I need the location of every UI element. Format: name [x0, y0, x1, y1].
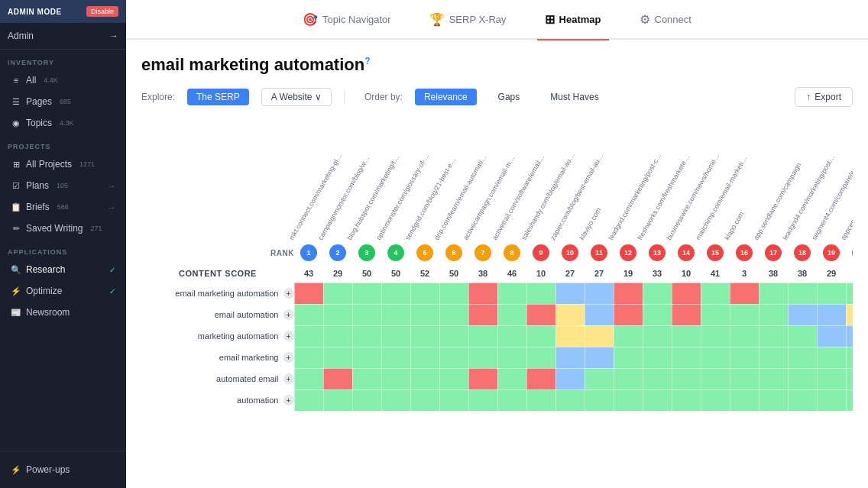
rank-cell-9: 9: [526, 241, 555, 264]
rank-cell-14: 14: [672, 241, 701, 264]
heatmap-cell-r2-c12: [614, 304, 643, 325]
tab-connect[interactable]: ⚙ Connect: [632, 0, 699, 39]
heatmap-cell-r6-c5: [410, 389, 439, 411]
data-row-1: email marketing automation +: [141, 283, 853, 304]
sidebar-item-research[interactable]: 🔍 Research ✓: [3, 260, 123, 280]
heatmap-cell-r3-c11: [585, 325, 614, 347]
sidebar-user[interactable]: Admin →: [0, 23, 126, 50]
content-area: email marketing automation? Explore: The…: [126, 40, 868, 488]
rank-circle-13: 13: [649, 244, 666, 261]
sidebar-item-all[interactable]: ≡ All 4.4K: [3, 70, 123, 90]
row-add-button-2[interactable]: +: [283, 309, 294, 320]
sidebar-item-all-label: All: [26, 75, 36, 86]
disable-admin-button[interactable]: Disable: [86, 6, 118, 17]
heatmap-cell-r4-c3: [352, 347, 381, 368]
briefs-icon: 📋: [11, 202, 21, 212]
rank-circle-12: 12: [620, 244, 636, 261]
export-icon: ↑: [806, 92, 811, 102]
score-cell-11: 27: [585, 264, 614, 283]
heatmap-cell-r2-c19: [817, 304, 846, 325]
heatmap-cell-r1-c10: [555, 283, 585, 304]
tab-serp-xray[interactable]: 🏆 SERP X-Ray: [422, 0, 514, 39]
export-button[interactable]: ↑ Export: [795, 87, 853, 107]
heatmap-cell-r4-c8: [497, 347, 526, 368]
sidebar-item-topics[interactable]: ◉ Topics 4.3K: [3, 113, 123, 133]
data-row-5: automated email +: [141, 368, 853, 389]
newsroom-label: Newsroom: [26, 307, 70, 318]
score-cell-16: 3: [730, 264, 759, 283]
row-add-button-6[interactable]: +: [283, 395, 294, 406]
heatmap-cell-r2-c11: [585, 304, 614, 325]
rank-cell-10: 10: [555, 241, 585, 264]
sidebar-item-newsroom[interactable]: 📰 Newsroom: [3, 302, 123, 322]
rank-cell-11: 11: [585, 241, 614, 264]
power-ups-label: Power-ups: [26, 464, 70, 475]
heatmap-cell-r2-c5: [410, 304, 439, 325]
header-row: mkt.connect.com/marketing-glossary/fr...…: [141, 119, 853, 241]
applications-section-label: APPLICATIONS: [0, 239, 126, 259]
sidebar-item-plans[interactable]: ☑ Plans 105 →: [3, 176, 123, 196]
rank-circle-19: 19: [823, 244, 840, 261]
heatmap-cell-r3-c2: [323, 325, 352, 347]
heatmap-cell-r3-c15: [701, 325, 730, 347]
heatmap-cell-r6-c13: [643, 389, 672, 411]
research-label: Research: [26, 264, 65, 275]
rank-circle-18: 18: [794, 244, 811, 261]
tab-heatmap[interactable]: ⊞ Heatmap: [537, 0, 609, 39]
tab-topic-navigator[interactable]: 🎯 Topic Navigator: [295, 0, 399, 39]
heatmap-cell-r5-c19: [817, 368, 846, 389]
heatmap-cell-r6-c3: [352, 389, 381, 411]
rank-circle-7: 7: [474, 244, 491, 261]
rank-cell-3: 3: [352, 241, 381, 264]
newsroom-icon: 📰: [11, 308, 21, 318]
row-add-button-4[interactable]: +: [283, 352, 294, 363]
heatmap-cell-r3-c10: [555, 325, 585, 347]
data-row-6: automation +: [141, 389, 853, 411]
sidebar-item-briefs[interactable]: 📋 Briefs 566 →: [3, 197, 123, 217]
heatmap-cell-r1-c18: [788, 283, 817, 304]
heatmap-cell-r5-c16: [730, 368, 759, 389]
plans-badge: 105: [57, 182, 68, 189]
score-cell-12: 19: [614, 264, 643, 283]
sidebar-item-all-projects[interactable]: ⊞ All Projects 1271: [3, 154, 123, 174]
heatmap-cell-r2-c1: [294, 304, 323, 325]
heatmap-cell-r1-c9: [526, 283, 555, 304]
sidebar-item-optimize[interactable]: ⚡ Optimize ✓: [3, 281, 123, 301]
heatmap-cell-r3-c8: [497, 325, 526, 347]
heatmap-cell-r4-c20: [846, 347, 853, 368]
sidebar-item-power-ups[interactable]: ⚡ Power-ups: [3, 460, 123, 480]
topics-badge: 4.3K: [60, 119, 74, 127]
sidebar-item-saved-writing[interactable]: ✏ Saved Writing 271: [3, 218, 123, 238]
score-cell-2: 29: [323, 264, 352, 283]
order-gaps-button[interactable]: Gaps: [489, 89, 530, 105]
heatmap-cell-r6-c15: [701, 389, 730, 411]
page-title: email marketing automation?: [141, 55, 853, 75]
research-check: ✓: [109, 266, 115, 274]
heatmap-cell-r3-c12: [614, 325, 643, 347]
heatmap-cell-r3-c6: [439, 325, 468, 347]
sidebar-item-pages[interactable]: ☰ Pages 685: [3, 92, 123, 111]
row-add-button-5[interactable]: +: [283, 373, 294, 384]
rank-cell-4: 4: [381, 241, 410, 264]
heatmap-cell-r6-c2: [323, 389, 352, 411]
briefs-label: Briefs: [26, 202, 50, 212]
heatmap-cell-r6-c12: [614, 389, 643, 411]
row-label-6: automation +: [141, 389, 294, 411]
order-relevance-button[interactable]: Relevance: [415, 89, 477, 105]
heatmap-cell-r5-c20: [846, 368, 853, 389]
explore-the-serp-button[interactable]: The SERP: [187, 89, 249, 105]
topics-icon: ◉: [11, 118, 21, 128]
row-add-button-3[interactable]: +: [283, 331, 294, 341]
projects-section-label: PROJECTS: [0, 134, 126, 154]
heatmap-cell-r2-c7: [468, 304, 497, 325]
rank-row: RANK 1234567891011121314151617181920: [141, 241, 853, 264]
score-cell-20: 35: [846, 264, 853, 283]
heatmap-cell-r4-c10: [555, 347, 585, 368]
admin-mode-label: ADMIN MODE: [8, 8, 62, 16]
heatmap-cell-r5-c6: [439, 368, 468, 389]
row-add-button-1[interactable]: +: [283, 288, 294, 299]
row-label-5: automated email +: [141, 368, 294, 389]
heatmap-cell-r6-c9: [526, 389, 555, 411]
explore-a-website-button[interactable]: A Website ∨: [261, 88, 332, 106]
order-must-haves-button[interactable]: Must Haves: [541, 89, 607, 105]
